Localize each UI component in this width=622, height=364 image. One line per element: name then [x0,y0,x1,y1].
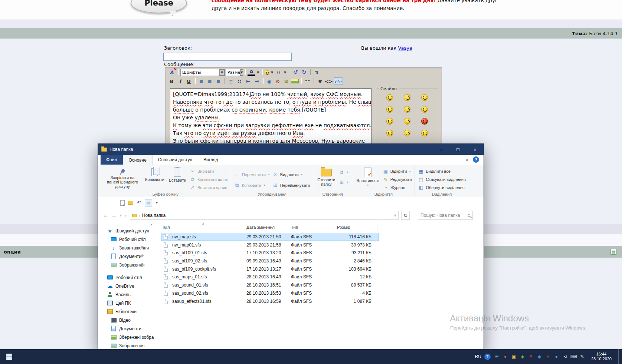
language-indicator[interactable]: RU [475,354,481,359]
title-input[interactable] [163,53,292,61]
cut-button[interactable]: ✂Вирізати [190,168,228,175]
tray-icon-orange[interactable]: ● [502,354,508,360]
open-button[interactable]: ▣Відкрити▼ [383,168,412,175]
quote-icon[interactable]: “” [304,77,311,85]
tray-icon-yellow[interactable]: ▣ [511,354,517,360]
outdent-button[interactable]: ⇤ [244,77,252,85]
sidebar-item-savedpic[interactable]: Збережені зображення [98,333,154,341]
align-right-button[interactable]: ≡ [215,77,222,85]
insert-email-icon[interactable]: ✉ [282,77,290,85]
qat-new-folder-icon[interactable] [128,201,133,205]
ordered-list-button[interactable]: ≣ [227,77,235,85]
file-row[interactable]: sas_bf109_cockpit.sfs17.10.2013 13:27Фай… [154,265,484,273]
indent-button[interactable]: ⇥ [253,77,261,85]
column-header-size[interactable]: Розмір [337,225,350,229]
rename-button[interactable]: ⊞Перейменувати [272,182,310,189]
smiley-smile[interactable] [404,118,410,125]
up-icon[interactable]: ↑ [125,212,128,219]
window-titlebar[interactable]: Нова папка – □ × [98,144,484,155]
insert-image-icon[interactable] [291,79,299,83]
bullet-list-button[interactable]: ∷ [236,77,243,85]
font-color-icon[interactable]: A [248,69,255,76]
copy-path-button[interactable]: ⧉Копіювати шлях [190,176,228,183]
show-desktop-button[interactable] [618,349,621,364]
speaker-icon[interactable]: ⊲ [562,354,568,360]
file-row[interactable]: sas_sound_02.sfs28.10.2013 16:53Файл SFS… [154,289,484,297]
file-row[interactable]: sas_bf109_01.sfs17.10.2013 13:20Файл SFS… [154,249,484,257]
bold-button[interactable]: B [168,77,176,85]
copy-button[interactable]: Копіювати [144,166,166,191]
smiley-think[interactable] [404,106,410,113]
edit-button[interactable]: ✎Редагувати [383,176,412,183]
dropdown-caret-icon[interactable]: ▼ [219,69,225,76]
maximize-button[interactable]: □ [449,144,466,155]
file-row[interactable]: nw_map.sfs29.03.2013 21:50Файл SFS118 41… [154,233,484,241]
tray-icon-red-s[interactable]: S [545,354,551,360]
sidebar-item-pic[interactable]: Зображення [98,341,154,349]
sidebar-item-downloads[interactable]: ↓Завантаження [98,244,154,252]
smiley-wink[interactable] [404,130,410,136]
easy-access-button[interactable]: ⊞▼ [339,179,349,186]
history-button[interactable]: ◔Журнал [383,184,412,191]
delete-button[interactable]: ×Видалити▼ [272,171,310,178]
file-row[interactable]: sas_maps_01.sfs28.10.2013 16:49Файл SFS1… [154,273,484,281]
smiley-dizzy[interactable] [386,130,393,136]
font-dropdown[interactable]: Шрифты▼ [180,69,225,76]
insert-smiley-icon[interactable] [265,70,269,75]
select-all-button[interactable]: ▦Виділити все [418,168,465,175]
sidebar-item-pc[interactable]: Цей ПК [98,299,154,307]
column-header-type[interactable]: Тип [291,225,298,229]
file-row[interactable]: sasup_effects01.sfs28.10.2013 16:59Файл … [154,297,484,305]
tab-file[interactable]: Файл [101,155,123,165]
copy-to-button[interactable]: ⧉Копіювати▼ [234,182,270,189]
tray-icon-green[interactable]: ◈ [519,354,526,360]
qat-undo-icon[interactable]: ↶ [137,199,141,206]
search-input[interactable]: Пошук: Нова папка [418,211,473,220]
remove-format-icon[interactable]: A [168,69,176,76]
resize-editor-icon[interactable]: ⇅ [313,69,321,76]
minimize-button[interactable]: – [432,144,449,155]
tray-icon-red-a[interactable]: A [528,354,534,360]
sidebar-item-pic[interactable]: Зображення [98,261,154,269]
ribbon-collapse-icon[interactable]: ∧ [466,158,468,162]
sidebar-item-user[interactable]: Василь [98,290,154,299]
tab-share[interactable]: Спільний доступ [153,155,198,165]
smiley-halo[interactable] [386,94,393,101]
close-button[interactable]: × [466,144,484,155]
hash-button[interactable]: # [316,77,324,85]
file-row[interactable]: sas_sound_01.sfs28.10.2013 16:51Файл SFS… [154,281,484,289]
options-collapse-icon[interactable]: ▤ [610,249,616,255]
italic-button[interactable]: I [176,77,184,85]
undo-icon[interactable]: ↺ [292,69,299,76]
code-button[interactable]: <> [325,77,333,85]
attach-icon[interactable]: 0 [275,69,282,76]
dropdown-caret-icon[interactable]: ▼ [240,69,243,76]
size-dropdown[interactable]: Разме▼ [226,69,243,76]
breadcrumb[interactable]: › Нова папка ∨ [130,211,399,220]
remove-link-icon[interactable]: ⊘ [274,77,282,85]
new-folder-button[interactable]: Створитипапку [316,166,336,191]
pin-to-quick-access-button[interactable]: Закріпити на панелі швидкого доступу [103,166,142,191]
address-caret-icon[interactable]: ∨ [394,214,397,217]
smiley-smile2[interactable] [421,130,428,136]
file-row[interactable]: nw_map01.sfs29.03.2013 21:58Файл SFS30 9… [154,241,484,249]
new-item-button[interactable]: ⧉▼ [339,169,349,176]
navpane-scroll-up-icon[interactable]: ∧ [150,223,153,227]
smiley-surprised[interactable] [421,94,428,101]
insert-link-icon[interactable]: ◉ [265,77,273,85]
sidebar-item-star[interactable]: ★Швидкий доступ [98,226,154,235]
sidebar-item-desktop[interactable]: Робочий стіл [98,273,154,282]
smiley-caret-icon[interactable]: ▼ [270,69,274,76]
select-none-button[interactable]: ▢Скасувати виділення [418,176,465,183]
redo-icon[interactable]: ↻ [300,69,308,76]
sidebar-item-doc[interactable]: Документи [98,324,154,333]
move-to-button[interactable]: ←Перемістити▼ [234,171,270,178]
column-header-name[interactable]: Ім'я [163,225,170,229]
attach-caret-icon[interactable]: ▼ [283,69,287,76]
recent-locations-caret-icon[interactable]: ∨ [120,214,122,217]
breadcrumb-path[interactable]: Нова папка [142,213,166,218]
pen-icon[interactable]: ✎ [579,354,585,360]
smiley-devil[interactable] [421,118,428,125]
qat-rename-icon[interactable]: ▤ [145,199,152,206]
align-left-button[interactable]: ≡ [197,77,205,85]
